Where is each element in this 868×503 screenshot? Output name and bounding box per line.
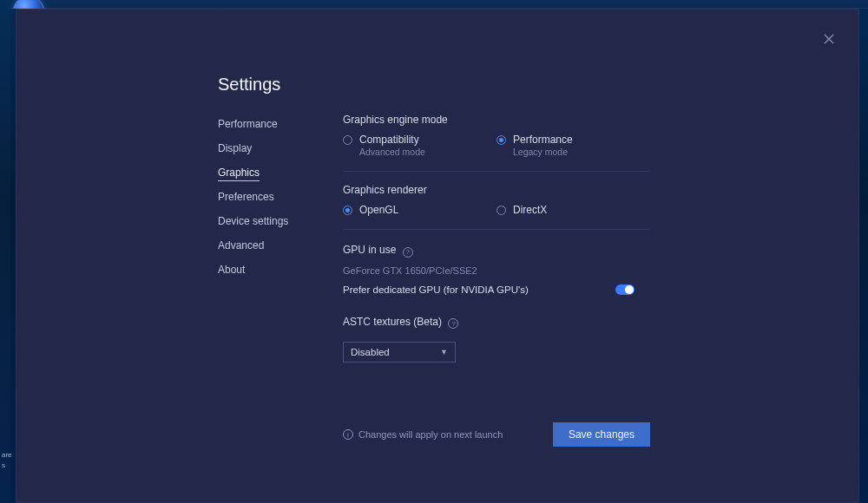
radio-icon	[496, 206, 506, 215]
section-title-astc: ASTC textures (Beta) ?	[343, 316, 458, 329]
radio-compatibility[interactable]: Compatibility Advanced mode	[343, 133, 496, 160]
nav-item-label: Performance	[218, 118, 278, 130]
radio-sublabel: Legacy mode	[513, 147, 568, 157]
caret-down-icon: ▼	[440, 348, 448, 356]
info-icon[interactable]: ?	[448, 318, 458, 329]
desktop-icon-label: s	[2, 461, 5, 469]
section-title-gpu: GPU in use ?	[343, 244, 413, 257]
radio-sublabel: Advanced mode	[359, 147, 425, 157]
radio-label: Compatibility	[359, 134, 419, 146]
settings-content: Graphics engine mode Compatibility Advan…	[343, 112, 650, 363]
close-icon	[824, 34, 834, 44]
radio-icon	[496, 135, 506, 145]
radio-directx[interactable]: DirectX	[496, 203, 650, 219]
nav-item-label: About	[218, 264, 245, 276]
section-title-text: ASTC textures (Beta)	[343, 316, 442, 328]
select-value: Disabled	[351, 347, 390, 357]
nav-item-graphics[interactable]: Graphics	[218, 162, 331, 183]
nav-item-label: Device settings	[218, 215, 288, 227]
info-icon[interactable]: ?	[403, 247, 413, 258]
radio-label: OpenGL	[359, 204, 398, 216]
nav-item-advanced[interactable]: Advanced	[218, 235, 331, 256]
radio-label: Performance	[513, 134, 573, 146]
radio-icon	[343, 135, 352, 145]
launch-note-text: Changes will apply on next launch	[358, 429, 503, 440]
section-divider	[343, 171, 650, 172]
app-titlebar	[10, 0, 868, 9]
settings-modal: Settings Performance Display Graphics Pr…	[16, 9, 859, 503]
nav-item-label: Graphics	[218, 167, 260, 181]
astc-select[interactable]: Disabled ▼	[343, 342, 456, 363]
nav-item-performance[interactable]: Performance	[218, 114, 331, 134]
section-title-renderer: Graphics renderer	[343, 184, 650, 196]
prefer-gpu-toggle[interactable]	[615, 284, 635, 295]
section-divider	[343, 229, 650, 230]
close-button[interactable]	[817, 27, 841, 51]
radio-opengl[interactable]: OpenGL	[343, 203, 496, 219]
nav-item-label: Display	[218, 142, 252, 154]
section-title-engine-mode: Graphics engine mode	[343, 114, 650, 126]
desktop-icon-label: are	[2, 451, 12, 459]
radio-icon	[343, 206, 352, 215]
nav-item-about[interactable]: About	[218, 259, 331, 280]
nav-item-device-settings[interactable]: Device settings	[218, 211, 331, 232]
radio-performance[interactable]: Performance Legacy mode	[496, 133, 650, 160]
nav-item-preferences[interactable]: Preferences	[218, 186, 331, 207]
nav-item-label: Preferences	[218, 191, 274, 203]
radio-label: DirectX	[513, 204, 547, 216]
prefer-gpu-label: Prefer dedicated GPU (for NVIDIA GPU's)	[343, 284, 529, 295]
section-title-text: GPU in use	[343, 244, 396, 256]
desktop-background-strip	[0, 0, 10, 503]
settings-nav: Performance Display Graphics Preferences…	[218, 114, 331, 284]
save-changes-button[interactable]: Save changes	[553, 422, 650, 447]
nav-item-label: Advanced	[218, 239, 264, 252]
info-icon: i	[343, 429, 353, 440]
gpu-value: GeForce GTX 1650/PCIe/SSE2	[343, 265, 650, 276]
page-title: Settings	[218, 75, 280, 95]
settings-footer: i Changes will apply on next launch Save…	[343, 422, 650, 447]
nav-item-display[interactable]: Display	[218, 138, 331, 159]
launch-note: i Changes will apply on next launch	[343, 429, 503, 440]
